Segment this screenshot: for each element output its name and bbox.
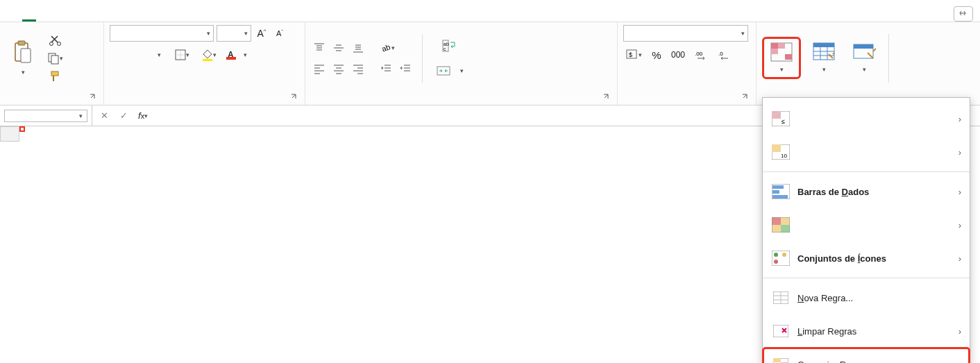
font-size-select[interactable]: ▾ bbox=[217, 25, 251, 42]
copy-button[interactable]: ▾ bbox=[44, 51, 66, 66]
comma-format-button[interactable]: 000 bbox=[668, 47, 688, 62]
font-color-button[interactable]: A ▾ bbox=[225, 47, 250, 62]
cell-styles-button[interactable]: ▾ bbox=[847, 39, 881, 76]
cf-top-bottom-item[interactable]: 10 › bbox=[763, 135, 970, 169]
tab-desenvolvedor[interactable] bbox=[185, 12, 198, 22]
tab-layout[interactable] bbox=[76, 12, 90, 22]
svg-text:.00: .00 bbox=[695, 51, 703, 57]
orientation-button[interactable]: ab▾ bbox=[378, 40, 398, 56]
cf-manage-rules-item[interactable]: Gerenciar Regras... bbox=[763, 348, 970, 363]
decrease-decimal-button[interactable]: .0 bbox=[716, 47, 735, 62]
format-painter-button[interactable] bbox=[44, 69, 66, 84]
chevron-right-icon: › bbox=[958, 187, 961, 197]
svg-rect-15 bbox=[437, 67, 450, 75]
svg-rect-30 bbox=[772, 111, 781, 119]
svg-text:$: $ bbox=[629, 51, 632, 58]
tab-dados[interactable] bbox=[112, 12, 126, 22]
manage-rules-icon bbox=[771, 355, 791, 363]
cf-icon-sets-item[interactable]: Conjuntos de Ícones › bbox=[763, 242, 970, 275]
tab-inserir[interactable] bbox=[40, 12, 54, 22]
paste-button[interactable]: ▾ bbox=[6, 36, 40, 79]
cell-styles-icon bbox=[852, 42, 876, 62]
increase-decimal-button[interactable]: .00 bbox=[692, 47, 711, 62]
tab-powerpivot[interactable] bbox=[221, 12, 235, 22]
cf-new-rule-item[interactable]: Nova Regra... bbox=[763, 281, 970, 314]
tab-formulas[interactable] bbox=[94, 12, 108, 22]
chevron-right-icon: › bbox=[958, 147, 961, 158]
merge-center-button[interactable]: ▾ bbox=[431, 62, 469, 80]
group-number: ▾ $▾ % 000 .00 .0 bbox=[618, 22, 757, 105]
font-dialog-launcher[interactable] bbox=[289, 92, 299, 102]
selection-fill-handle[interactable] bbox=[19, 126, 25, 132]
select-all-corner[interactable] bbox=[0, 126, 19, 142]
svg-rect-40 bbox=[781, 217, 790, 225]
copy-icon bbox=[47, 52, 60, 65]
chevron-right-icon: › bbox=[958, 114, 961, 124]
tab-exibir[interactable] bbox=[149, 12, 162, 22]
scissors-icon bbox=[49, 34, 62, 47]
increase-decimal-icon: .00 bbox=[695, 50, 709, 60]
svg-point-45 bbox=[774, 253, 778, 257]
currency-icon: $ bbox=[626, 49, 639, 60]
svg-text:.0: .0 bbox=[718, 51, 723, 57]
decrease-indent-button[interactable] bbox=[378, 61, 394, 76]
number-format-select[interactable]: ▾ bbox=[623, 25, 748, 42]
cf-highlight-rules-item[interactable]: ≤ › bbox=[763, 102, 970, 135]
menu-tabs bbox=[0, 0, 980, 22]
align-top-button[interactable] bbox=[311, 40, 328, 56]
fx-button[interactable]: fx ▾ bbox=[135, 108, 151, 124]
paint-bucket-icon bbox=[201, 49, 213, 61]
align-center-button[interactable] bbox=[330, 61, 347, 76]
tab-revisao[interactable] bbox=[130, 12, 144, 22]
svg-rect-49 bbox=[773, 325, 788, 337]
name-box[interactable]: ▾ bbox=[4, 110, 87, 122]
tab-arquivo[interactable] bbox=[4, 12, 18, 22]
align-bottom-button[interactable] bbox=[350, 40, 366, 56]
align-right-button[interactable] bbox=[350, 61, 366, 76]
cf-clear-rules-item[interactable]: Limpar Regras › bbox=[763, 314, 970, 348]
increase-indent-button[interactable] bbox=[397, 61, 414, 76]
ribbon-overflow-button[interactable] bbox=[954, 6, 973, 22]
alignment-dialog-launcher[interactable] bbox=[602, 92, 611, 102]
highlight-cells-icon: ≤ bbox=[771, 109, 791, 128]
cf-data-bars-item[interactable]: Barras de Dados › bbox=[763, 175, 970, 208]
increase-font-button[interactable]: A^ bbox=[254, 26, 269, 41]
tab-ajuda[interactable] bbox=[203, 12, 217, 22]
svg-rect-42 bbox=[781, 225, 790, 233]
italic-button[interactable] bbox=[130, 47, 146, 62]
number-dialog-launcher[interactable] bbox=[741, 92, 750, 102]
svg-text:c: c bbox=[443, 47, 446, 51]
svg-rect-41 bbox=[772, 225, 781, 233]
clipboard-paste-icon bbox=[11, 39, 35, 67]
tab-desenhar[interactable] bbox=[58, 12, 72, 22]
conditional-formatting-menu: ≤ › 10 › Barras de Dados › › Conjuntos d… bbox=[762, 97, 970, 363]
tab-automatizar[interactable] bbox=[167, 12, 180, 22]
clipboard-dialog-launcher[interactable] bbox=[88, 92, 98, 102]
align-middle-button[interactable] bbox=[330, 40, 347, 56]
borders-button[interactable]: ▾ bbox=[172, 47, 192, 62]
new-rule-icon bbox=[771, 288, 791, 307]
ribbon: ▾ ▾ bbox=[0, 22, 980, 105]
svg-rect-28 bbox=[854, 44, 873, 49]
format-as-table-button[interactable]: ▾ bbox=[806, 39, 841, 76]
cut-button[interactable] bbox=[44, 33, 66, 48]
cancel-formula-button[interactable]: ✕ bbox=[96, 108, 112, 124]
fill-color-button[interactable]: ▾ bbox=[198, 47, 219, 62]
svg-rect-51 bbox=[773, 358, 781, 362]
wrap-text-button[interactable]: abc bbox=[431, 37, 469, 55]
svg-rect-21 bbox=[771, 43, 778, 49]
percent-format-button[interactable]: % bbox=[649, 47, 664, 62]
accept-formula-button[interactable]: ✓ bbox=[116, 108, 131, 124]
align-left-button[interactable] bbox=[311, 61, 328, 76]
cf-color-scales-item[interactable]: › bbox=[763, 208, 970, 242]
merge-cells-icon bbox=[437, 65, 450, 77]
conditional-formatting-button[interactable]: ▾ bbox=[762, 37, 801, 78]
underline-button[interactable]: ▾ bbox=[151, 47, 167, 62]
font-name-select[interactable]: ▾ bbox=[110, 25, 214, 42]
paintbrush-icon bbox=[49, 70, 62, 83]
accounting-format-button[interactable]: $▾ bbox=[623, 47, 645, 62]
chevron-right-icon: › bbox=[958, 326, 961, 337]
bold-button[interactable] bbox=[110, 47, 125, 62]
tab-pagina-inicial[interactable] bbox=[22, 12, 36, 22]
decrease-font-button[interactable]: Aˇ bbox=[272, 26, 287, 41]
